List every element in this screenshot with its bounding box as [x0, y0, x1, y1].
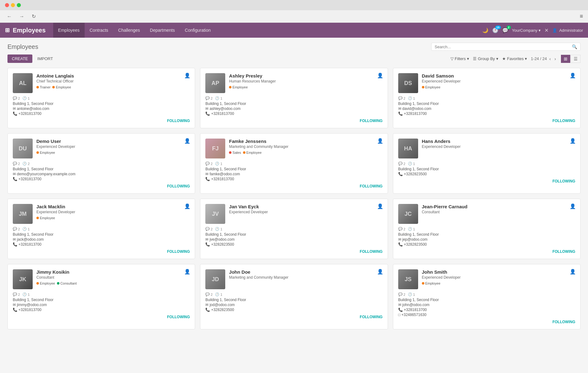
employee-email: ✉ jve@odoo.com: [205, 237, 382, 242]
following-button[interactable]: FOLLOWING: [167, 249, 190, 254]
chat-icon: 💬: [13, 96, 17, 100]
employee-location: Building 1, Second Floor: [13, 167, 190, 171]
message-count: 💬 2: [13, 227, 20, 231]
employee-card-antoine[interactable]: AL Antoine Langlais Chief Technical Offi…: [7, 68, 195, 128]
person-icon: 👤: [570, 203, 576, 209]
admin-menu-button[interactable]: 👤 Administrator: [552, 28, 583, 33]
employee-name: Jack Macklin: [36, 204, 190, 209]
avatar-image: DU: [13, 139, 33, 158]
search-input[interactable]: [435, 45, 572, 49]
employees-grid: AL Antoine Langlais Chief Technical Offi…: [7, 68, 581, 329]
header-close-button[interactable]: ✕: [544, 27, 548, 33]
list-view-button[interactable]: ☰: [571, 55, 581, 63]
nav-departments[interactable]: Departments: [145, 23, 180, 38]
following-button[interactable]: FOLLOWING: [167, 184, 190, 188]
chat-icon: 💬: [398, 96, 403, 100]
employee-card-famke[interactable]: FJ Famke Jenssens Marketing and Communit…: [200, 133, 388, 194]
message-badge: 2: [507, 26, 511, 29]
grid-icon: ⊞: [5, 27, 10, 34]
employee-title: Experienced Developer: [229, 210, 382, 214]
maximize-dot[interactable]: [17, 3, 21, 7]
card-footer: FOLLOWING: [13, 314, 190, 319]
employee-email: ✉ demo@yourcompany.example.com: [13, 172, 190, 176]
employee-email: ✉ john@odoo.com: [398, 303, 575, 307]
meta-icons: 💬 2 🕐 1: [398, 96, 575, 100]
employee-location: Building 1, Second Floor: [398, 232, 575, 237]
employee-phone: 📞 +3281813700: [13, 308, 190, 312]
following-button[interactable]: FOLLOWING: [360, 119, 382, 123]
employee-card-ashley[interactable]: AP Ashley Presley Human Resources Manage…: [200, 68, 388, 128]
employee-card-jean[interactable]: JC Jean-Pierre Carnaud Consultant 👤 💬 2 …: [393, 199, 581, 259]
employee-location: Building 1, Second Floor: [13, 232, 190, 237]
search-icon: 🔍: [572, 44, 577, 49]
moon-icon-button[interactable]: 🌙: [482, 27, 488, 33]
meta-icons: 💬 2 🕐 1: [398, 227, 575, 231]
tag-dot: [36, 151, 39, 154]
employee-tags: Sales Employee: [229, 151, 382, 154]
employee-card-jack[interactable]: JM Jack Macklin Experienced Developer Em…: [7, 199, 195, 259]
employee-card-jan[interactable]: JV Jan Van Eyck Experienced Developer 👤 …: [200, 199, 388, 259]
app-name: Employees: [13, 27, 46, 34]
following-button[interactable]: FOLLOWING: [167, 315, 190, 319]
back-button[interactable]: ←: [5, 13, 14, 20]
avatar-image: JD: [205, 269, 225, 289]
message-count: 💬 2: [398, 96, 405, 100]
card-footer: FOLLOWING: [13, 184, 190, 188]
groupby-button[interactable]: ☰ Group By ▾: [473, 56, 498, 61]
create-button[interactable]: CREATE: [7, 54, 32, 63]
employee-title: Experienced Developer: [422, 144, 575, 149]
nav-challenges[interactable]: Challenges: [113, 23, 145, 38]
employee-name: John Smith: [422, 269, 575, 275]
employee-card-david[interactable]: DS David Samson Experienced Developer Em…: [393, 68, 581, 128]
close-dot[interactable]: [5, 3, 9, 7]
following-button[interactable]: FOLLOWING: [360, 315, 382, 319]
activity-count: 🕐 1: [215, 96, 222, 100]
tag-label: Employee: [40, 151, 55, 154]
employee-card-hans[interactable]: HA Hans Anders Experienced Developer 👤 💬…: [393, 133, 581, 194]
following-button[interactable]: FOLLOWING: [553, 179, 575, 183]
card-meta: 💬 2 🕐 2 Building 1, Second Floor ✉ demo@…: [13, 162, 190, 181]
import-button[interactable]: IMPORT: [37, 56, 53, 61]
employee-email: ✉ jod@odoo.com: [205, 303, 382, 307]
following-button[interactable]: FOLLOWING: [553, 119, 575, 123]
activity-count: 🕐 1: [215, 227, 222, 231]
following-button[interactable]: FOLLOWING: [553, 249, 575, 254]
employee-card-demo[interactable]: DU Demo User Experienced Developer Emplo…: [7, 133, 195, 194]
chat-icon: 💬: [205, 96, 210, 100]
nav-configuration[interactable]: Configuration: [180, 23, 216, 38]
following-button[interactable]: FOLLOWING: [360, 184, 382, 188]
person-icon: 👤: [377, 269, 383, 275]
employee-location: Building 1, Second Floor: [205, 298, 382, 302]
browser-menu-button[interactable]: ≡: [580, 13, 583, 20]
employee-title: Experienced Developer: [422, 79, 575, 83]
prev-page-button[interactable]: ‹: [548, 56, 552, 62]
forward-button[interactable]: →: [17, 13, 26, 20]
nav-employees[interactable]: Employees: [53, 23, 85, 38]
card-meta: 💬 2 🕐 1 Building 1, Second Floor ✉ jack@…: [13, 227, 190, 247]
following-button[interactable]: FOLLOWING: [360, 249, 382, 254]
following-button[interactable]: FOLLOWING: [167, 119, 190, 123]
company-switcher[interactable]: YourCompany ▾: [512, 28, 541, 33]
view-toggle: ⊞ ☰: [561, 55, 581, 63]
employee-card-john-smith[interactable]: JS John Smith Experienced Developer Empl…: [393, 264, 581, 329]
tag-label: Employee: [246, 151, 262, 154]
filters-button[interactable]: ▽ Filters ▾: [450, 56, 469, 61]
message-icon-button[interactable]: 💬 2: [502, 27, 508, 33]
toolbar-right: ▽ Filters ▾ ☰ Group By ▾ ★ Favorites ▾ 1…: [450, 55, 581, 63]
favorites-button[interactable]: ★ Favorites ▾: [502, 56, 527, 61]
minimize-dot[interactable]: [11, 3, 15, 7]
following-button[interactable]: FOLLOWING: [553, 320, 575, 324]
meta-icons: 💬 2 🕐 1: [205, 162, 382, 166]
nav-contracts[interactable]: Contracts: [85, 23, 113, 38]
person-icon: 👤: [377, 203, 383, 209]
tag: Employee: [229, 85, 248, 89]
refresh-button[interactable]: ↻: [30, 13, 38, 20]
kanban-view-button[interactable]: ⊞: [561, 55, 570, 63]
card-header: AL Antoine Langlais Chief Technical Offi…: [13, 73, 190, 93]
next-page-button[interactable]: ›: [553, 56, 557, 62]
activity-icon-button[interactable]: 🕐 15: [492, 27, 498, 33]
toolbar: CREATE IMPORT ▽ Filters ▾ ☰ Group By ▾ ★…: [7, 54, 581, 63]
chevron-favorites-icon: ▾: [525, 56, 527, 61]
employee-card-jimmy[interactable]: JK Jimmy Kosikin Consultant Employee Con…: [7, 264, 195, 329]
employee-card-john-doe[interactable]: JD John Doe Marketing and Community Mana…: [200, 264, 388, 329]
